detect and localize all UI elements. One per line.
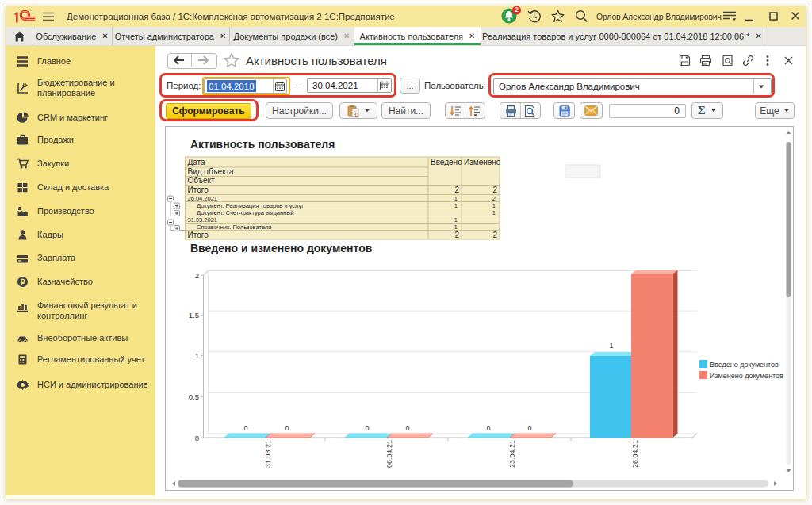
svg-text:31.03.2021: 31.03.2021: [188, 216, 218, 224]
svg-text:Документ. Счет-фактура выданны: Документ. Счет-фактура выданный: [197, 209, 294, 216]
svg-text:23.04.21: 23.04.21: [508, 440, 516, 468]
svg-text:26.04.21: 26.04.21: [631, 440, 639, 468]
svg-text:26.04.2021: 26.04.2021: [188, 195, 218, 202]
svg-text:2: 2: [492, 186, 497, 194]
svg-text:Изменено документов: Изменено документов: [710, 372, 783, 380]
svg-text:1: 1: [454, 195, 458, 202]
svg-text:0: 0: [405, 424, 409, 432]
svg-text:Справочник. Пользователи: Справочник. Пользователи: [197, 224, 271, 231]
svg-text:1: 1: [195, 351, 199, 360]
svg-text:0: 0: [195, 434, 199, 442]
svg-text:1: 1: [492, 202, 496, 209]
svg-text:Активность пользователя: Активность пользователя: [190, 138, 335, 151]
svg-text:Итого: Итого: [188, 186, 209, 194]
svg-text:2: 2: [454, 231, 459, 239]
svg-text:Изменено: Изменено: [464, 158, 501, 166]
svg-text:Вид объекта: Вид объекта: [188, 167, 235, 176]
svg-text:2: 2: [195, 271, 199, 280]
svg-text:Введено: Введено: [431, 158, 462, 166]
svg-text:0: 0: [486, 424, 490, 432]
svg-text:1: 1: [609, 342, 613, 350]
svg-text:1: 1: [454, 216, 458, 224]
svg-text:0: 0: [285, 424, 289, 432]
svg-text:06.04.21: 06.04.21: [385, 440, 393, 468]
svg-text:1: 1: [454, 224, 458, 231]
svg-text:1: 1: [454, 202, 458, 209]
svg-text:2: 2: [492, 231, 497, 239]
svg-text:2: 2: [515, 6, 519, 13]
svg-text:Документ. Реализация товаров и: Документ. Реализация товаров и услуг: [197, 202, 304, 209]
svg-text:2: 2: [492, 195, 496, 202]
svg-text:₽: ₽: [24, 83, 26, 87]
svg-text:Введено документов: Введено документов: [710, 361, 779, 369]
svg-text:0: 0: [365, 424, 369, 432]
svg-text:31.03.21: 31.03.21: [264, 440, 272, 468]
svg-text:2: 2: [454, 186, 459, 194]
svg-text:₽: ₽: [21, 278, 25, 286]
svg-text:1: 1: [492, 209, 496, 216]
svg-text:Объект: Объект: [188, 176, 215, 185]
svg-text:Введено и изменено документов: Введено и изменено документов: [190, 242, 373, 254]
svg-text:0: 0: [527, 424, 531, 432]
svg-text:0: 0: [243, 424, 247, 432]
svg-text:Итого: Итого: [188, 231, 209, 239]
svg-text:Дата: Дата: [188, 158, 206, 166]
svg-text:0.5: 0.5: [189, 392, 199, 401]
svg-text:1.5: 1.5: [189, 311, 199, 319]
